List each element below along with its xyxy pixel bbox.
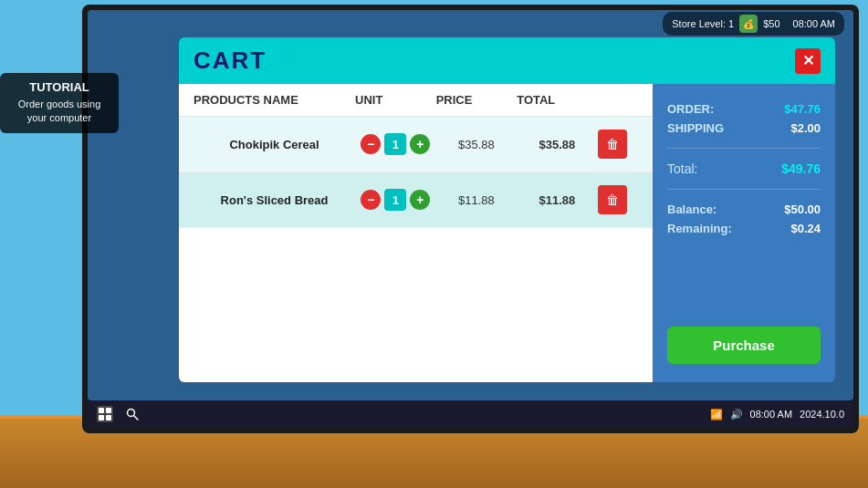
delete-button-1[interactable]: 🗑 (598, 130, 627, 159)
remaining-value: $0.24 (790, 222, 821, 235)
item-total-1: $35.88 (517, 138, 598, 151)
tutorial-box: TUTORIAL Order goods using your computer (0, 73, 119, 133)
shipping-value: $2.00 (790, 121, 821, 135)
summary-divider-2 (667, 189, 821, 190)
item-price-1: $35.88 (436, 138, 518, 151)
tutorial-text: Order goods using your computer (9, 98, 110, 126)
wifi-icon: 📶 (710, 409, 723, 421)
remaining-label: Remaining: (667, 222, 732, 235)
svg-line-1 (134, 416, 138, 420)
store-level-label: Store Level: 1 (672, 18, 734, 29)
balance-row: Balance: $50.00 (667, 202, 821, 216)
total-row: Total: $49.76 (667, 161, 821, 176)
cart-title: CART (193, 47, 267, 75)
cart-window: CART ✕ PRODUCTS NAME UNIT PRICE TOTAL (179, 37, 835, 382)
delete-button-2[interactable]: 🗑 (598, 185, 627, 214)
header-action (598, 93, 638, 107)
header-products-name: PRODUCTS NAME (193, 93, 355, 107)
item-name-1: Chokipik Cereal (193, 138, 355, 151)
taskbar-right: 📶 🔊 08:00 AM 2024.10.0 (710, 409, 844, 421)
cart-header: PRODUCTS NAME UNIT PRICE TOTAL (179, 84, 653, 117)
header-total: TOTAL (517, 93, 598, 107)
cart-body: PRODUCTS NAME UNIT PRICE TOTAL Chokipik … (179, 84, 835, 382)
taskbar-grid-icon[interactable] (97, 406, 113, 422)
monitor: Store Level: 1 💰 $50 08:00 AM CART ✕ PRO… (82, 5, 859, 433)
store-balance: $50 (763, 18, 779, 29)
table-row: Ron's Sliced Bread − 1 + $11.88 $11.88 🗑 (179, 172, 653, 228)
cart-summary: ORDER: $47.76 SHIPPING $2.00 Total: $49.… (653, 84, 835, 382)
cart-titlebar: CART ✕ (179, 37, 835, 84)
header-unit: UNIT (355, 93, 436, 107)
tutorial-title: TUTORIAL (9, 80, 110, 94)
summary-divider-1 (667, 148, 821, 149)
order-value: $47.76 (784, 102, 821, 116)
store-badge: Store Level: 1 💰 $50 08:00 AM (663, 12, 844, 36)
qty-plus-button-2[interactable]: + (410, 190, 430, 210)
purchase-button[interactable]: Purchase (667, 327, 821, 364)
header-price: PRICE (436, 93, 518, 107)
item-qty-control-1: − 1 + (355, 133, 436, 155)
order-row: ORDER: $47.76 (667, 102, 821, 116)
svg-point-0 (128, 410, 135, 417)
qty-plus-button-1[interactable]: + (410, 134, 430, 154)
cart-items-list: Chokipik Cereal − 1 + $35.88 $35.88 🗑 (179, 117, 653, 382)
total-label: Total: (667, 161, 697, 176)
balance-label: Balance: (667, 202, 716, 216)
shipping-label: SHIPPING (667, 121, 724, 135)
store-time: 08:00 AM (793, 18, 835, 29)
order-label: ORDER: (667, 102, 714, 116)
table-row: Chokipik Cereal − 1 + $35.88 $35.88 🗑 (179, 117, 653, 172)
qty-value-1: 1 (384, 133, 406, 155)
balance-value: $50.00 (784, 202, 821, 216)
item-total-2: $11.88 (517, 193, 598, 207)
cart-items-panel: PRODUCTS NAME UNIT PRICE TOTAL Chokipik … (179, 84, 653, 382)
cart-close-button[interactable]: ✕ (795, 48, 821, 74)
item-price-2: $11.88 (436, 193, 518, 207)
shipping-row: SHIPPING $2.00 (667, 121, 821, 135)
qty-minus-button-2[interactable]: − (361, 190, 381, 210)
taskbar-left (97, 406, 141, 422)
taskbar-date: 2024.10.0 (800, 409, 844, 420)
remaining-row: Remaining: $0.24 (667, 222, 821, 235)
qty-minus-button-1[interactable]: − (361, 134, 381, 154)
taskbar-search-icon[interactable] (124, 406, 141, 422)
item-name-2: Ron's Sliced Bread (193, 193, 355, 207)
screen: CART ✕ PRODUCTS NAME UNIT PRICE TOTAL (88, 10, 853, 400)
total-value: $49.76 (781, 161, 821, 176)
taskbar-time: 08:00 AM (750, 409, 792, 420)
qty-value-2: 1 (384, 189, 406, 211)
money-icon: 💰 (739, 15, 758, 33)
item-qty-control-2: − 1 + (355, 189, 436, 211)
taskbar: 📶 🔊 08:00 AM 2024.10.0 (88, 400, 853, 428)
volume-icon: 🔊 (730, 409, 743, 421)
